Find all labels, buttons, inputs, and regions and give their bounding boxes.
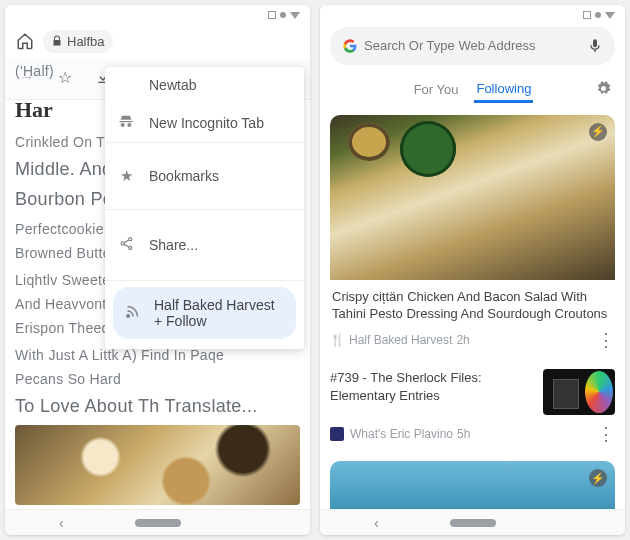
menu-new-tab[interactable]: Newtab — [105, 67, 304, 103]
dropdown-icon — [290, 12, 300, 19]
menu-label: Bookmarks — [149, 168, 219, 184]
amp-icon: ⚡ — [589, 123, 607, 141]
bg-line: Pecans So Hard — [15, 369, 300, 390]
rss-icon — [125, 304, 140, 322]
feed-tabs: For You Following — [320, 73, 625, 111]
nav-bar: ‹ — [320, 509, 625, 535]
menu-bookmarks[interactable]: ★ Bookmarks — [105, 143, 304, 210]
stop-icon — [583, 11, 591, 19]
card-source: What's Eric Plavino — [350, 427, 453, 441]
lock-icon — [51, 35, 63, 47]
card-more-button[interactable]: ⋮ — [597, 423, 615, 445]
dot-icon — [280, 12, 286, 18]
card-meta: 🍴 Half Baked Harvest 2h ⋮ — [330, 327, 615, 357]
card-thumbnail — [543, 369, 615, 415]
star-icon: ★ — [117, 167, 135, 185]
article-image — [15, 425, 300, 505]
menu-follow[interactable]: Half Baked Harvest + Follow — [113, 287, 296, 339]
menu-label: New Incognito Tab — [149, 115, 264, 131]
search-input[interactable] — [364, 38, 581, 53]
card-source: Half Baked Harvest — [349, 333, 452, 347]
bg-line: To Love About Th Translate... — [15, 393, 300, 420]
settings-button[interactable] — [596, 81, 611, 99]
overflow-menu: Newtab New Incognito Tab ★ Bookmarks Sha… — [105, 67, 304, 349]
dropdown-icon — [605, 12, 615, 19]
back-button[interactable]: ‹ — [59, 515, 64, 531]
right-phone: For You Following ⚡ Crispy cițtän Chicke… — [320, 5, 625, 535]
window-controls — [268, 11, 300, 19]
home-handle[interactable] — [450, 519, 496, 527]
card-more-button[interactable]: ⋮ — [597, 329, 615, 351]
menu-incognito[interactable]: New Incognito Tab — [105, 103, 304, 143]
search-bar[interactable] — [330, 27, 615, 65]
mic-icon[interactable] — [587, 38, 603, 54]
card-age: 5h — [457, 427, 470, 441]
dot-icon — [595, 12, 601, 18]
bg-text: ('Half) — [15, 61, 54, 82]
source-icon: 🍴 — [330, 333, 345, 347]
stop-icon — [268, 11, 276, 19]
menu-label: Newtab — [149, 77, 196, 93]
card-age: 2h — [456, 333, 469, 347]
menu-share[interactable]: Share... — [105, 210, 304, 281]
card-meta: What's Eric Plavino 5h ⋮ — [330, 421, 615, 451]
tab-following[interactable]: Following — [474, 77, 533, 103]
back-button[interactable]: ‹ — [374, 515, 379, 531]
svg-point-4 — [127, 315, 130, 318]
feed-card[interactable]: #739 - The Sherlock Files: Elementary En… — [330, 369, 615, 415]
amp-icon: ⚡ — [589, 469, 607, 487]
feed-card[interactable]: ⚡ Crispy cițtän Chicken And Bacon Salad … — [330, 115, 615, 357]
google-icon — [342, 38, 358, 54]
window-controls — [583, 11, 615, 19]
card-image: ⚡ — [330, 115, 615, 280]
tab-for-you[interactable]: For You — [412, 78, 461, 101]
url-text: Halfba — [67, 34, 105, 49]
address-bar[interactable]: Halfba — [43, 30, 113, 53]
card-title: #739 - The Sherlock Files: Elementary En… — [330, 369, 535, 404]
home-handle[interactable] — [135, 519, 181, 527]
source-icon — [330, 427, 344, 441]
menu-label: Half Baked Harvest + Follow — [154, 297, 284, 329]
home-button[interactable] — [11, 27, 39, 55]
left-phone: Halfba → ☆ ('Half) Har Crinkled On Th Mi… — [5, 5, 310, 535]
menu-label: Share... — [149, 237, 198, 253]
browser-toolbar: Halfba — [5, 5, 310, 59]
nav-bar: ‹ — [5, 509, 310, 535]
share-icon — [117, 236, 135, 254]
card-title: Crispy cițtän Chicken And Bacon Salad Wi… — [330, 280, 615, 327]
incognito-icon — [117, 113, 135, 132]
